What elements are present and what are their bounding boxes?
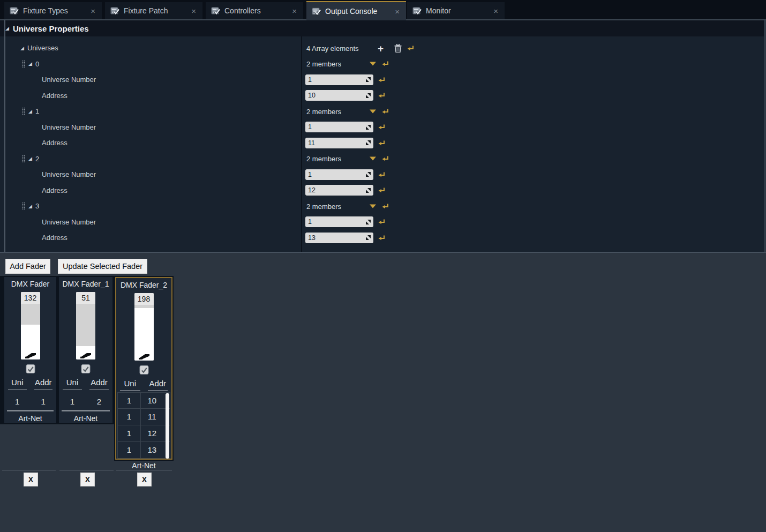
fader-slider[interactable]: 51 — [76, 292, 95, 359]
fader-panel-dmx-fader[interactable]: DMX Fader132UniAddr11Art-Net — [4, 277, 56, 423]
slider-thumb-icon[interactable] — [25, 351, 36, 358]
close-icon[interactable]: × — [89, 7, 96, 15]
list-item[interactable]: 112 — [117, 425, 170, 442]
diagonal-drag-icon[interactable] — [366, 220, 371, 224]
reset-to-default-icon[interactable] — [407, 45, 414, 51]
fader-panel-dmx-fader-1[interactable]: DMX Fader_151UniAddr12Art-Net — [59, 277, 112, 423]
drag-handle-icon[interactable] — [22, 155, 26, 163]
tab-label: Controllers — [224, 6, 261, 15]
expand-arrow-icon[interactable]: ◢ — [28, 156, 32, 161]
fader-panel-dmx-fader-2[interactable]: DMX Fader_2198UniAddr110111112113 — [115, 277, 172, 460]
panel-scrollbar-track[interactable] — [764, 20, 766, 252]
fader-column-dmx-fader: DMX Fader132UniAddr11Art-Net — [0, 276, 57, 424]
reset-to-default-icon[interactable] — [378, 124, 385, 130]
property-rows: ◢Universes4 Array elements+◢02 membersUn… — [5, 36, 763, 252]
tab-label: Fixture Patch — [124, 6, 168, 15]
fader-column-divider — [59, 470, 114, 470]
number-input[interactable]: 1 — [305, 122, 373, 132]
tab-output-console[interactable]: Output Console× — [306, 1, 406, 20]
number-input[interactable]: 11 — [305, 138, 373, 148]
uni-value: 1 — [4, 397, 31, 408]
diagonal-drag-icon[interactable] — [366, 188, 371, 193]
diagonal-drag-icon[interactable] — [366, 235, 371, 240]
drag-handle-icon[interactable] — [22, 107, 26, 115]
collapse-arrow-icon[interactable]: ◢ — [5, 26, 9, 31]
fader-slider[interactable]: 198 — [134, 293, 154, 361]
close-icon[interactable]: × — [492, 7, 499, 15]
property-value: 2 members — [305, 103, 763, 119]
close-icon[interactable]: × — [190, 7, 197, 15]
remove-fader-button[interactable]: X — [24, 473, 38, 486]
drag-handle-icon[interactable] — [22, 60, 26, 68]
tab-label: Fixture Types — [23, 6, 68, 15]
list-item[interactable]: 110 — [117, 392, 170, 409]
number-input[interactable]: 1 — [305, 169, 373, 180]
tab-fixture-patch[interactable]: Fixture Patch× — [105, 2, 202, 19]
fader-enabled-checkbox[interactable] — [81, 364, 91, 373]
drag-handle-icon[interactable] — [22, 202, 26, 210]
tab-fixture-types[interactable]: Fixture Types× — [4, 2, 102, 19]
expand-arrow-icon[interactable]: ◢ — [28, 204, 32, 209]
reset-to-default-icon[interactable] — [378, 140, 385, 146]
expand-arrow-icon[interactable]: ◢ — [28, 109, 32, 114]
property-name: ◢2 — [5, 151, 39, 167]
reset-to-default-icon[interactable] — [382, 61, 389, 67]
reset-to-default-icon[interactable] — [378, 187, 385, 193]
reset-to-default-icon[interactable] — [378, 235, 385, 241]
fader-title: DMX Fader — [4, 280, 56, 288]
expand-arrow-icon[interactable]: ◢ — [20, 46, 24, 51]
tab-monitor[interactable]: Monitor× — [407, 2, 505, 19]
element-dropdown-icon[interactable] — [370, 109, 376, 113]
fader-column-dmx-fader-2: DMX Fader_2198UniAddr110111112113 — [114, 276, 174, 461]
number-input[interactable]: 1 — [305, 216, 373, 227]
checkmark-icon — [82, 366, 89, 372]
add-element-icon[interactable]: + — [378, 43, 384, 53]
property-row-address-3: Address10 — [5, 88, 763, 104]
reset-to-default-icon[interactable] — [382, 203, 389, 209]
number-input[interactable]: 12 — [305, 185, 373, 196]
remove-fader-button[interactable]: X — [80, 473, 95, 486]
element-dropdown-icon[interactable] — [370, 204, 376, 208]
number-input[interactable]: 13 — [305, 233, 373, 243]
property-row-3-10: ◢32 members — [5, 198, 763, 214]
slider-thumb-icon[interactable] — [80, 351, 92, 358]
close-icon[interactable]: × — [291, 7, 298, 15]
fader-column-divider — [2, 470, 56, 470]
reset-to-default-icon[interactable] — [382, 108, 389, 115]
fader-enabled-checkbox[interactable] — [26, 364, 35, 373]
diagonal-drag-icon[interactable] — [366, 140, 371, 145]
element-dropdown-icon[interactable] — [370, 157, 376, 161]
fader-enabled-checkbox[interactable] — [139, 365, 148, 374]
slider-thumb-icon[interactable] — [138, 353, 150, 359]
element-dropdown-icon[interactable] — [370, 62, 376, 66]
number-input-value: 1 — [308, 218, 366, 226]
close-icon[interactable]: × — [394, 8, 401, 16]
reset-to-default-icon[interactable] — [378, 92, 385, 99]
reset-to-default-icon[interactable] — [382, 155, 389, 162]
reset-to-default-icon[interactable] — [378, 219, 385, 225]
number-input[interactable]: 10 — [305, 90, 373, 101]
list-item[interactable]: 113 — [117, 442, 170, 459]
list-item[interactable]: 111 — [117, 409, 170, 425]
chevron-down-icon — [370, 109, 376, 113]
property-name: Address — [5, 183, 67, 199]
reset-to-default-icon[interactable] — [378, 77, 385, 83]
delete-all-icon[interactable] — [394, 44, 402, 53]
panel-bottom-splitter[interactable] — [0, 252, 766, 253]
tab-controllers[interactable]: Controllers× — [206, 2, 303, 19]
universe-properties-header[interactable]: ◢ Universe Properties — [0, 20, 766, 36]
expand-arrow-icon[interactable]: ◢ — [28, 61, 32, 66]
property-label: Address — [42, 234, 67, 242]
fader-slider[interactable]: 132 — [21, 292, 40, 359]
diagonal-drag-icon[interactable] — [366, 172, 371, 177]
update-selected-fader-button[interactable]: Update Selected Fader — [58, 259, 147, 274]
diagonal-drag-icon[interactable] — [366, 125, 371, 130]
fader-value: 198 — [134, 295, 154, 303]
list-scrollbar[interactable] — [166, 393, 169, 459]
diagonal-drag-icon[interactable] — [366, 77, 371, 82]
reset-to-default-icon[interactable] — [378, 171, 385, 178]
add-fader-button[interactable]: Add Fader — [5, 259, 50, 274]
remove-fader-button[interactable]: X — [137, 473, 152, 486]
diagonal-drag-icon[interactable] — [366, 93, 371, 98]
number-input[interactable]: 1 — [305, 74, 373, 85]
